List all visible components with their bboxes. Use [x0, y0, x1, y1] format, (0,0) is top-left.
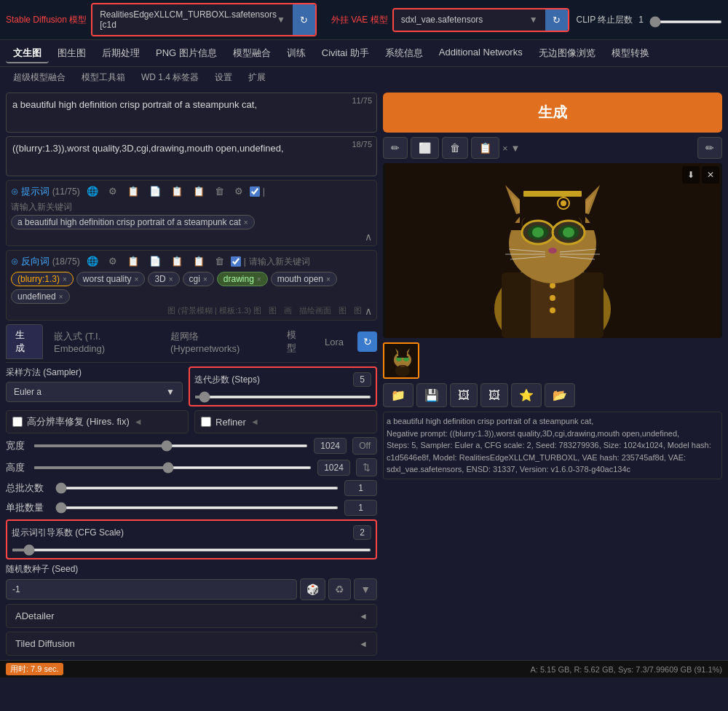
- generate-button[interactable]: 生成: [383, 93, 722, 133]
- neg-collapse-btn[interactable]: ∧: [365, 305, 372, 317]
- tab-generate[interactable]: 生成: [6, 324, 43, 359]
- save-image-btn[interactable]: 💾: [416, 383, 447, 407]
- batch-count-slider[interactable]: [55, 487, 339, 490]
- nav-item-img2img[interactable]: 图生图: [50, 43, 93, 63]
- neg-globe-btn[interactable]: 🌐: [83, 254, 102, 269]
- neg-tag-3d[interactable]: 3D ×: [148, 272, 179, 286]
- adetailer-row[interactable]: ADetailer ◄: [6, 604, 377, 628]
- prompt-collapse-btn[interactable]: ∧: [365, 231, 372, 243]
- send-to-img2img-btn[interactable]: 🖼: [450, 383, 478, 407]
- thumbnail-item[interactable]: [383, 342, 419, 379]
- neg-tag-input[interactable]: [249, 256, 372, 267]
- prompt-paste-btn[interactable]: 📄: [146, 184, 165, 199]
- neg-tag-mouth-remove[interactable]: ×: [326, 275, 331, 283]
- tiled-diffusion-row[interactable]: Tiled Diffusion ◄: [6, 632, 377, 656]
- prompt-tag-remove[interactable]: ×: [244, 219, 248, 227]
- neg-delete-btn[interactable]: 🗑: [211, 254, 228, 269]
- prompt-globe-btn[interactable]: 🌐: [83, 184, 102, 199]
- pencil-btn[interactable]: ✏: [383, 137, 408, 159]
- seed-random-btn[interactable]: 🎲: [300, 578, 325, 600]
- neg-tag-undefined[interactable]: undefined ×: [11, 289, 70, 304]
- nav-item-civitai[interactable]: Civitai 助手: [314, 43, 376, 63]
- refiner-collapse-btn[interactable]: ◄: [250, 417, 259, 427]
- download-image-btn[interactable]: ⬇: [682, 166, 700, 184]
- square-btn[interactable]: ⬜: [411, 137, 439, 159]
- hires-collapse-btn[interactable]: ◄: [134, 417, 143, 427]
- clip-slider[interactable]: [649, 20, 722, 23]
- edit-color-btn[interactable]: ✏: [697, 137, 722, 159]
- prompt-copy-btn[interactable]: 📋: [124, 184, 143, 199]
- svg-rect-16: [523, 191, 582, 197]
- prompt-checkbox[interactable]: [250, 186, 260, 197]
- nav-item-convert[interactable]: 模型转换: [604, 43, 657, 63]
- nav-item-additional[interactable]: Additional Networks: [432, 43, 530, 63]
- neg-gear-btn[interactable]: ⚙: [105, 254, 121, 269]
- prompt-tag-input[interactable]: [11, 202, 372, 212]
- prompt-gear-btn[interactable]: ⚙: [105, 184, 121, 199]
- width-off-btn[interactable]: Off: [352, 437, 377, 455]
- sampler-select[interactable]: Euler a ▼: [6, 382, 183, 402]
- gen-refresh-btn[interactable]: ↻: [357, 331, 377, 352]
- width-slider[interactable]: [33, 444, 308, 447]
- prompt-settings-btn[interactable]: ⚙: [231, 184, 247, 199]
- nav-item-train[interactable]: 训练: [280, 43, 313, 63]
- neg-paste-btn[interactable]: 📄: [146, 254, 165, 269]
- neg-tag-3d-remove[interactable]: ×: [169, 275, 173, 283]
- neg-tag-drawing-remove[interactable]: ×: [257, 275, 261, 283]
- star-btn[interactable]: ⭐: [511, 383, 542, 407]
- neg-action3-btn[interactable]: 📋: [167, 254, 186, 269]
- neg-tag-mouth[interactable]: mouth open ×: [271, 272, 337, 286]
- neg-tag-blurry[interactable]: (blurry:1.3) ×: [11, 272, 74, 286]
- nav-item-postprocess[interactable]: 后期处理: [95, 43, 147, 63]
- folder2-btn[interactable]: 📂: [545, 383, 575, 407]
- seed-input[interactable]: [6, 579, 297, 600]
- prompt-action3-btn[interactable]: 📋: [167, 184, 186, 199]
- neg-action4-btn[interactable]: 📋: [189, 254, 208, 269]
- nav2-wd-tagger[interactable]: WD 1.4 标签器: [134, 68, 206, 87]
- neg-tag-worst[interactable]: worst quality ×: [76, 272, 146, 286]
- nav-item-txt2img[interactable]: 文生图: [6, 43, 49, 63]
- prompt-tag-item[interactable]: a beautiful high definition crisp portra…: [11, 215, 255, 229]
- swap-dimensions-btn[interactable]: ⇅: [356, 458, 377, 476]
- model-select[interactable]: RealitiesEdgeXLLCM_TURBOXL.safetensors […: [92, 4, 293, 35]
- hires-checkbox[interactable]: [12, 417, 23, 427]
- nav-item-sysinfo[interactable]: 系统信息: [378, 43, 430, 63]
- status-bar: 用时: 7.9 sec. A: 5.15 GB, R: 5.62 GB, Sys…: [0, 660, 728, 677]
- vae-select[interactable]: sdxl_vae.safetensors ▼: [394, 9, 545, 31]
- neg-tag-cgi-remove[interactable]: ×: [203, 275, 207, 283]
- tab-embedding[interactable]: 嵌入式 (T.I. Embedding): [45, 326, 159, 358]
- cfg-scale-slider[interactable]: [12, 549, 371, 551]
- neg-copy-btn[interactable]: 📋: [124, 254, 143, 269]
- steps-slider[interactable]: [194, 396, 371, 398]
- vae-refresh-btn[interactable]: ↻: [545, 9, 568, 31]
- nav2-model-tools[interactable]: 模型工具箱: [74, 68, 132, 87]
- neg-checkbox[interactable]: [231, 256, 241, 267]
- seed-extra-btn[interactable]: ▼: [354, 578, 377, 600]
- nav2-super-merge[interactable]: 超级模型融合: [6, 68, 73, 87]
- prompt-delete-btn[interactable]: 🗑: [211, 184, 228, 199]
- tab-lora[interactable]: Lora: [316, 333, 352, 351]
- tab-hypernetworks[interactable]: 超网络 (Hypernetworks): [162, 326, 276, 358]
- tab-models[interactable]: 模型: [278, 325, 314, 358]
- neg-tag-blurry-remove[interactable]: ×: [63, 275, 67, 283]
- nav2-extensions[interactable]: 扩展: [241, 68, 273, 87]
- interrogate-btn[interactable]: 🖼: [480, 383, 508, 407]
- model-refresh-btn[interactable]: ↻: [293, 4, 315, 35]
- refiner-checkbox[interactable]: [201, 417, 211, 427]
- clipboard-btn[interactable]: 📋: [471, 137, 499, 159]
- close-image-btn[interactable]: ✕: [702, 166, 719, 184]
- height-slider[interactable]: [33, 466, 312, 469]
- prompt-action4-btn[interactable]: 📋: [189, 184, 208, 199]
- nav2-settings[interactable]: 设置: [207, 68, 240, 87]
- batch-size-slider[interactable]: [55, 506, 339, 509]
- trash-btn[interactable]: 🗑: [442, 137, 468, 159]
- neg-tag-cgi[interactable]: cgi ×: [183, 272, 214, 286]
- neg-tag-worst-remove[interactable]: ×: [135, 275, 139, 283]
- seed-recycle-btn[interactable]: ♻: [328, 578, 351, 600]
- nav-item-pnginfo[interactable]: PNG 图片信息: [149, 43, 224, 63]
- nav-item-merge[interactable]: 模型融合: [226, 43, 278, 63]
- neg-tag-drawing[interactable]: drawing ×: [217, 272, 268, 286]
- open-folder-btn[interactable]: 📁: [383, 383, 414, 407]
- neg-tag-undefined-remove[interactable]: ×: [59, 293, 63, 301]
- nav-item-infinite[interactable]: 无边图像浏览: [531, 43, 603, 63]
